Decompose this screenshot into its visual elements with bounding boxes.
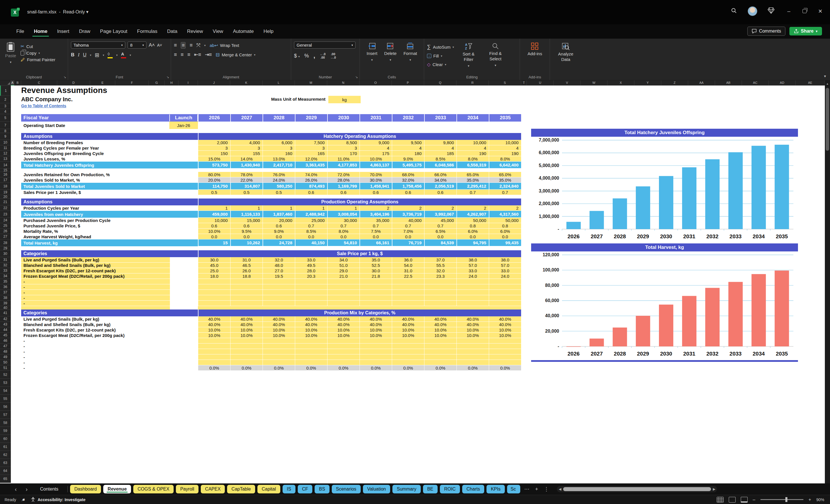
sheet-cell[interactable]: 0.0%	[359, 365, 392, 371]
sheet-cell[interactable]: 23.3	[424, 274, 456, 279]
row-header-14[interactable]: 14	[0, 162, 11, 168]
premium-diamond-icon[interactable]	[767, 7, 775, 15]
row-label[interactable]: Average Harvest Weight, kg/head	[21, 234, 198, 240]
sheet-cell[interactable]: 165	[295, 151, 327, 156]
sheet-cell[interactable]	[295, 354, 327, 360]
column-header-AA[interactable]: AA	[688, 81, 715, 86]
sheet-cell[interactable]: 175	[359, 151, 392, 156]
sheet-cell[interactable]: 10.0%	[262, 327, 295, 333]
sheet-cell[interactable]: 4	[424, 145, 456, 151]
row-label[interactable]: -	[21, 290, 170, 295]
comments-button[interactable]: Comments	[747, 27, 786, 36]
read-only-label[interactable]: Read-Only	[63, 9, 85, 14]
sheet-cell[interactable]: 9.0%	[262, 228, 295, 234]
dialog-launcher-icon[interactable]: ↘	[166, 75, 169, 79]
row-label[interactable]: Production Cycles per Year	[21, 206, 198, 211]
row-header-19[interactable]: 19	[0, 190, 11, 195]
start-date-input[interactable]: Jan-26	[169, 122, 198, 129]
sheet-cell[interactable]	[489, 279, 521, 284]
sheet-cell[interactable]: 26.0	[230, 268, 262, 274]
sheet-cell[interactable]: 4,317,560	[489, 211, 521, 218]
sheet-cell[interactable]	[230, 338, 262, 344]
sheet-cell[interactable]: 22.5	[392, 274, 424, 279]
ribbon-tab-view[interactable]: View	[208, 26, 228, 37]
sheet-cell[interactable]	[424, 295, 456, 301]
sheet-cell[interactable]	[327, 354, 359, 360]
section-header-left[interactable]: Assumptions	[21, 198, 198, 206]
sheet-cell[interactable]: 51.0	[327, 262, 359, 268]
sheet-cell[interactable]: 10.0%	[392, 327, 424, 333]
section-header-right[interactable]: Production Operating Assumptions	[198, 198, 521, 206]
fill-button[interactable]: ↓Fill▾	[427, 54, 454, 58]
sheet-tab-scenarios[interactable]: Scenarios	[332, 485, 361, 494]
sheet-cell[interactable]: 0.7	[392, 223, 424, 228]
sheet-cell[interactable]	[262, 290, 295, 295]
row-label[interactable]: -	[21, 338, 198, 344]
sheet-cell[interactable]: 10.0%	[327, 333, 359, 338]
column-header-AB[interactable]: AB	[715, 81, 742, 86]
column-header-B[interactable]: B	[14, 81, 21, 86]
sheet-cell[interactable]: 0.0	[359, 234, 392, 240]
sheet-cell[interactable]	[230, 284, 262, 290]
sheet-cell[interactable]	[198, 301, 230, 306]
sheet-tab-contents[interactable]: Contents	[33, 485, 65, 494]
zoom-in-button[interactable]: +	[808, 497, 811, 502]
sheet-cell[interactable]: 3	[262, 145, 295, 151]
row-label[interactable]: Blanched and Shelled Snails (Bulk, per k…	[21, 322, 198, 327]
sheet-cell[interactable]	[198, 354, 230, 360]
sheet-cell[interactable]: 18.0	[198, 274, 230, 279]
sheet-cell[interactable]	[456, 290, 489, 295]
sheet-cell[interactable]: 2	[456, 206, 489, 211]
row-header-58[interactable]: 58	[0, 419, 11, 427]
sheet-cell[interactable]: 2,056,519	[424, 183, 456, 190]
sheet-cell[interactable]: 1	[230, 206, 262, 211]
sheet-cell[interactable]: 57.0	[489, 262, 521, 268]
autosum-button[interactable]: ∑AutoSum▾	[427, 44, 454, 50]
sheet-cell[interactable]	[424, 338, 456, 344]
sheet-cell[interactable]	[392, 338, 424, 344]
sheet-tab-dashboard[interactable]: Dashboard	[70, 485, 101, 494]
row-header-41[interactable]: 41	[0, 310, 11, 316]
sheet-cell[interactable]	[327, 279, 359, 284]
chevron-down-icon[interactable]: ▾	[86, 9, 88, 14]
sheet-cell[interactable]: 54,810	[327, 240, 359, 246]
sheet-cell[interactable]: 25.0	[198, 268, 230, 274]
row-label[interactable]: Fresh Escargot Kits (D2C, per 12-count p…	[21, 327, 198, 333]
row-header-38[interactable]: 38	[0, 295, 11, 301]
sheet-cell[interactable]	[327, 290, 359, 295]
row-header-21[interactable]: 21	[0, 198, 11, 206]
row-header-40[interactable]: 40	[0, 306, 11, 310]
sheet-cell[interactable]: 10.0%	[359, 333, 392, 338]
sheet-cell[interactable]: 31.0	[230, 257, 262, 262]
sheet-cell[interactable]: 1,758,456	[392, 183, 424, 190]
sheet-cell[interactable]	[327, 349, 359, 354]
sheet-cell[interactable]: 15.0%	[198, 156, 230, 162]
sheet-cell[interactable]: 33.0	[456, 268, 489, 274]
sheet-tab-bs[interactable]: BS	[315, 485, 329, 494]
row-header-15[interactable]: 15	[0, 168, 11, 172]
company-name[interactable]: ABC Company Inc.	[11, 96, 73, 103]
align-top-icon[interactable]: ≡	[174, 42, 177, 48]
sheet-cell[interactable]: 32.0%	[392, 177, 424, 183]
sheet-cell[interactable]: 6,048,586	[424, 162, 456, 168]
column-header-O[interactable]: O	[359, 81, 392, 86]
column-header-K[interactable]: K	[230, 81, 262, 86]
row-header-61[interactable]: 61	[0, 443, 11, 451]
sheet-cell[interactable]: 2	[359, 206, 392, 211]
sheet-cell[interactable]	[295, 290, 327, 295]
row-header-57[interactable]: 57	[0, 411, 11, 419]
row-label[interactable]: -	[21, 360, 198, 365]
column-header-I[interactable]: I	[179, 81, 198, 86]
sheet-cell[interactable]: 2	[489, 206, 521, 211]
sheet-cell[interactable]: 0.7	[295, 223, 327, 228]
sheet-cell[interactable]: 190	[456, 151, 489, 156]
column-header-H[interactable]: H	[165, 81, 179, 86]
sheet-cell[interactable]: 57.0	[456, 262, 489, 268]
sheet-tab-roic[interactable]: ROIC	[440, 485, 460, 494]
row-header-17[interactable]: 17	[0, 177, 11, 183]
section-header-left[interactable]: Assumptions	[21, 133, 198, 140]
sheet-cell[interactable]: 1,837,460	[262, 211, 295, 218]
sheet-cell[interactable]	[392, 354, 424, 360]
row-header-47[interactable]: 47	[0, 344, 11, 349]
sheet-cell[interactable]: 0.6	[230, 223, 262, 228]
